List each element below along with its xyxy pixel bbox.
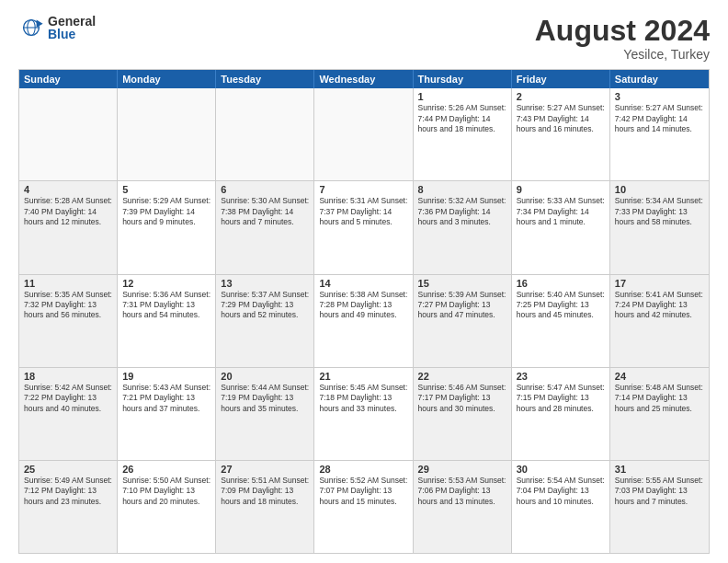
day-number-31: 31 xyxy=(615,464,704,475)
day-number-5: 5 xyxy=(122,184,210,195)
day-number-4: 4 xyxy=(24,184,112,195)
calendar-cell-16: 16Sunrise: 5:40 AM Sunset: 7:25 PM Dayli… xyxy=(512,275,610,367)
svg-marker-4 xyxy=(37,20,43,28)
day-number-29: 29 xyxy=(418,464,506,475)
logo-icon xyxy=(18,15,44,40)
cell-info-30: Sunrise: 5:54 AM Sunset: 7:04 PM Dayligh… xyxy=(517,476,605,507)
day-number-3: 3 xyxy=(615,91,704,102)
cell-info-28: Sunrise: 5:52 AM Sunset: 7:07 PM Dayligh… xyxy=(319,476,407,507)
cell-info-22: Sunrise: 5:46 AM Sunset: 7:17 PM Dayligh… xyxy=(418,383,506,414)
calendar-cell-23: 23Sunrise: 5:47 AM Sunset: 7:15 PM Dayli… xyxy=(512,368,610,460)
cell-info-23: Sunrise: 5:47 AM Sunset: 7:15 PM Dayligh… xyxy=(517,383,605,414)
calendar-cell-17: 17Sunrise: 5:41 AM Sunset: 7:24 PM Dayli… xyxy=(610,275,709,367)
calendar-cell-6: 6Sunrise: 5:30 AM Sunset: 7:38 PM Daylig… xyxy=(216,181,314,273)
calendar-cell-empty xyxy=(118,88,216,180)
calendar-cell-27: 27Sunrise: 5:51 AM Sunset: 7:09 PM Dayli… xyxy=(216,461,314,553)
calendar-cell-10: 10Sunrise: 5:34 AM Sunset: 7:33 PM Dayli… xyxy=(610,181,709,273)
day-number-7: 7 xyxy=(319,184,407,195)
header-day-friday: Friday xyxy=(512,70,610,88)
cell-info-8: Sunrise: 5:32 AM Sunset: 7:36 PM Dayligh… xyxy=(418,196,506,227)
calendar-cell-11: 11Sunrise: 5:35 AM Sunset: 7:32 PM Dayli… xyxy=(19,275,118,367)
cell-info-19: Sunrise: 5:43 AM Sunset: 7:21 PM Dayligh… xyxy=(122,383,210,414)
cell-info-7: Sunrise: 5:31 AM Sunset: 7:37 PM Dayligh… xyxy=(319,196,407,227)
day-number-22: 22 xyxy=(418,371,506,382)
cell-info-29: Sunrise: 5:53 AM Sunset: 7:06 PM Dayligh… xyxy=(418,476,506,507)
day-number-9: 9 xyxy=(517,184,605,195)
day-number-16: 16 xyxy=(517,278,605,289)
calendar-cell-31: 31Sunrise: 5:55 AM Sunset: 7:03 PM Dayli… xyxy=(610,461,709,553)
day-number-20: 20 xyxy=(221,371,309,382)
day-number-21: 21 xyxy=(319,371,407,382)
calendar-cell-22: 22Sunrise: 5:46 AM Sunset: 7:17 PM Dayli… xyxy=(414,368,512,460)
header-day-saturday: Saturday xyxy=(610,70,709,88)
calendar-cell-28: 28Sunrise: 5:52 AM Sunset: 7:07 PM Dayli… xyxy=(314,461,413,553)
cell-info-20: Sunrise: 5:44 AM Sunset: 7:19 PM Dayligh… xyxy=(221,383,309,414)
cell-info-12: Sunrise: 5:36 AM Sunset: 7:31 PM Dayligh… xyxy=(122,290,210,321)
header-day-monday: Monday xyxy=(118,70,216,88)
cell-info-11: Sunrise: 5:35 AM Sunset: 7:32 PM Dayligh… xyxy=(24,290,112,321)
calendar-cell-empty xyxy=(19,88,118,180)
cell-info-16: Sunrise: 5:40 AM Sunset: 7:25 PM Dayligh… xyxy=(517,290,605,321)
logo-blue-text: Blue xyxy=(48,28,96,40)
calendar-row-1: 4Sunrise: 5:28 AM Sunset: 7:40 PM Daylig… xyxy=(19,180,709,273)
calendar-cell-empty xyxy=(216,88,314,180)
calendar-cell-1: 1Sunrise: 5:26 AM Sunset: 7:44 PM Daylig… xyxy=(414,88,512,180)
day-number-13: 13 xyxy=(221,278,309,289)
cell-info-31: Sunrise: 5:55 AM Sunset: 7:03 PM Dayligh… xyxy=(615,476,704,507)
cell-info-24: Sunrise: 5:48 AM Sunset: 7:14 PM Dayligh… xyxy=(615,383,704,414)
day-number-14: 14 xyxy=(319,278,407,289)
day-number-23: 23 xyxy=(517,371,605,382)
calendar-body: 1Sunrise: 5:26 AM Sunset: 7:44 PM Daylig… xyxy=(19,88,709,553)
day-number-25: 25 xyxy=(24,464,112,475)
calendar-cell-26: 26Sunrise: 5:50 AM Sunset: 7:10 PM Dayli… xyxy=(118,461,216,553)
calendar-cell-13: 13Sunrise: 5:37 AM Sunset: 7:29 PM Dayli… xyxy=(216,275,314,367)
calendar-cell-8: 8Sunrise: 5:32 AM Sunset: 7:36 PM Daylig… xyxy=(414,181,512,273)
day-number-30: 30 xyxy=(517,464,605,475)
calendar-cell-14: 14Sunrise: 5:38 AM Sunset: 7:28 PM Dayli… xyxy=(314,275,413,367)
day-number-1: 1 xyxy=(418,91,506,102)
day-number-11: 11 xyxy=(24,278,112,289)
calendar-cell-2: 2Sunrise: 5:27 AM Sunset: 7:43 PM Daylig… xyxy=(512,88,610,180)
calendar-cell-19: 19Sunrise: 5:43 AM Sunset: 7:21 PM Dayli… xyxy=(118,368,216,460)
calendar-cell-5: 5Sunrise: 5:29 AM Sunset: 7:39 PM Daylig… xyxy=(118,181,216,273)
calendar-row-0: 1Sunrise: 5:26 AM Sunset: 7:44 PM Daylig… xyxy=(19,88,709,180)
calendar-cell-24: 24Sunrise: 5:48 AM Sunset: 7:14 PM Dayli… xyxy=(610,368,709,460)
calendar-cell-25: 25Sunrise: 5:49 AM Sunset: 7:12 PM Dayli… xyxy=(19,461,118,553)
cell-info-14: Sunrise: 5:38 AM Sunset: 7:28 PM Dayligh… xyxy=(319,290,407,321)
calendar-cell-20: 20Sunrise: 5:44 AM Sunset: 7:19 PM Dayli… xyxy=(216,368,314,460)
calendar-cell-15: 15Sunrise: 5:39 AM Sunset: 7:27 PM Dayli… xyxy=(414,275,512,367)
logo-text: General Blue xyxy=(48,15,96,40)
cell-info-10: Sunrise: 5:34 AM Sunset: 7:33 PM Dayligh… xyxy=(615,196,704,227)
cell-info-15: Sunrise: 5:39 AM Sunset: 7:27 PM Dayligh… xyxy=(418,290,506,321)
calendar-row-3: 18Sunrise: 5:42 AM Sunset: 7:22 PM Dayli… xyxy=(19,367,709,460)
calendar-header: SundayMondayTuesdayWednesdayThursdayFrid… xyxy=(19,70,709,88)
logo-general-text: General xyxy=(48,15,96,28)
day-number-8: 8 xyxy=(418,184,506,195)
cell-info-25: Sunrise: 5:49 AM Sunset: 7:12 PM Dayligh… xyxy=(24,476,112,507)
title-block: August 2024 Yesilce, Turkey xyxy=(535,15,710,62)
location: Yesilce, Turkey xyxy=(535,47,710,62)
header-day-wednesday: Wednesday xyxy=(314,70,413,88)
cell-info-18: Sunrise: 5:42 AM Sunset: 7:22 PM Dayligh… xyxy=(24,383,112,414)
month-title: August 2024 xyxy=(535,15,710,47)
calendar-cell-30: 30Sunrise: 5:54 AM Sunset: 7:04 PM Dayli… xyxy=(512,461,610,553)
calendar-cell-29: 29Sunrise: 5:53 AM Sunset: 7:06 PM Dayli… xyxy=(414,461,512,553)
calendar-cell-18: 18Sunrise: 5:42 AM Sunset: 7:22 PM Dayli… xyxy=(19,368,118,460)
calendar-row-2: 11Sunrise: 5:35 AM Sunset: 7:32 PM Dayli… xyxy=(19,274,709,367)
cell-info-3: Sunrise: 5:27 AM Sunset: 7:42 PM Dayligh… xyxy=(615,103,704,134)
day-number-12: 12 xyxy=(122,278,210,289)
day-number-24: 24 xyxy=(615,371,704,382)
day-number-28: 28 xyxy=(319,464,407,475)
calendar-cell-3: 3Sunrise: 5:27 AM Sunset: 7:42 PM Daylig… xyxy=(610,88,709,180)
calendar-row-4: 25Sunrise: 5:49 AM Sunset: 7:12 PM Dayli… xyxy=(19,460,709,553)
header-day-thursday: Thursday xyxy=(414,70,512,88)
day-number-26: 26 xyxy=(122,464,210,475)
cell-info-9: Sunrise: 5:33 AM Sunset: 7:34 PM Dayligh… xyxy=(517,196,605,227)
cell-info-6: Sunrise: 5:30 AM Sunset: 7:38 PM Dayligh… xyxy=(221,196,309,227)
logo: General Blue xyxy=(18,15,96,40)
page: General Blue August 2024 Yesilce, Turkey… xyxy=(0,0,728,563)
day-number-19: 19 xyxy=(122,371,210,382)
cell-info-4: Sunrise: 5:28 AM Sunset: 7:40 PM Dayligh… xyxy=(24,196,112,227)
calendar-cell-12: 12Sunrise: 5:36 AM Sunset: 7:31 PM Dayli… xyxy=(118,275,216,367)
day-number-6: 6 xyxy=(221,184,309,195)
